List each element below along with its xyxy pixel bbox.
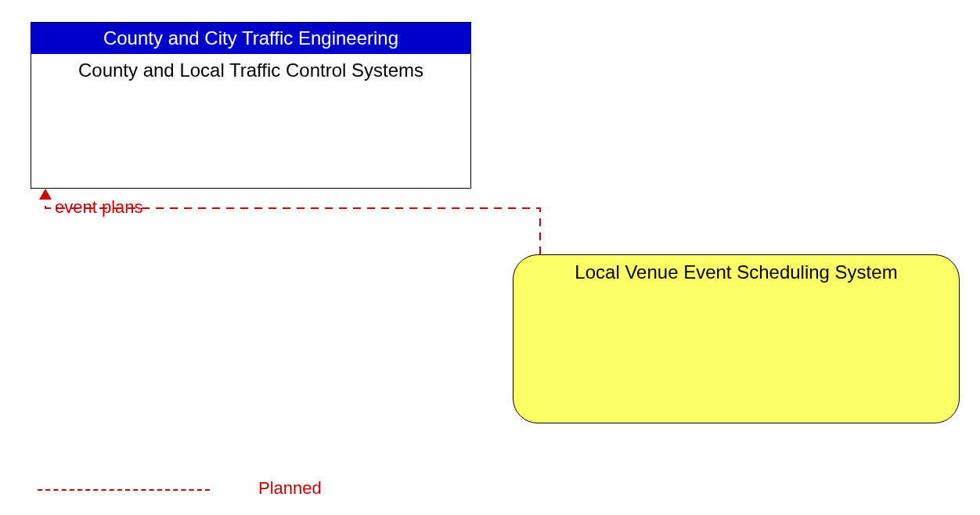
flow-label: event plans <box>55 197 143 218</box>
node-traffic-engineering: County and City Traffic Engineering Coun… <box>31 22 471 189</box>
node-venue-scheduling: Local Venue Event Scheduling System <box>513 254 960 423</box>
legend-planned-label: Planned <box>258 478 322 499</box>
legend-planned-line <box>38 489 210 491</box>
node-traffic-engineering-body: County and Local Traffic Control Systems <box>31 54 470 82</box>
node-traffic-engineering-header: County and City Traffic Engineering <box>31 23 470 54</box>
